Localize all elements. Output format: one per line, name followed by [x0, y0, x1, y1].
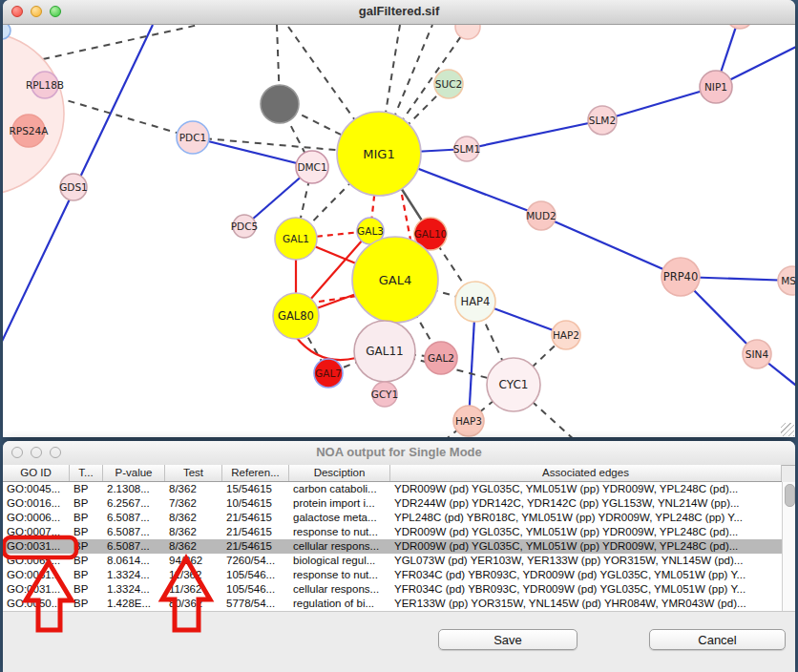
table-row[interactable]: GO:0050...BP1.428E...80/3625778/54...reg…	[3, 597, 782, 611]
cell-test: 94/362	[165, 554, 222, 568]
cell-reference: 7260/54...	[222, 554, 289, 568]
column-header-p_value[interactable]: P-value	[103, 465, 165, 481]
table-row[interactable]: GO:0045...BP2.1308...8/36215/54615carbon…	[3, 482, 782, 496]
cell-test: 80/362	[165, 597, 222, 611]
cell-associated_edges: YDR009W (pd) YGL035C, YML051W (pp) YDR00…	[390, 525, 782, 539]
column-header-go_id[interactable]: GO ID	[3, 465, 70, 481]
graph-node-big-left[interactable]	[3, 32, 64, 195]
cell-test: 8/362	[165, 539, 222, 554]
graph-node-label-GAL10: GAL10	[414, 228, 448, 240]
graph-node-label-GAL80: GAL80	[278, 309, 314, 323]
results-table: GO:0045...BP2.1308...8/36215/54615carbon…	[3, 482, 782, 611]
graph-node-top-right-pink[interactable]	[726, 25, 753, 29]
cell-description: response to nut...	[289, 525, 390, 539]
desktop: galFiltered.sif RPL18BRPS24AGDS1PDC1MIG1…	[0, 0, 798, 672]
cell-description: regulation of bi...	[289, 597, 390, 611]
graph-node-label-SLM2: SLM2	[589, 115, 616, 126]
graph-node-gray-node[interactable]	[261, 85, 299, 123]
graph-node-label-MSN: MSN	[781, 275, 795, 286]
graph-edge-pp	[467, 120, 602, 149]
resize-grip[interactable]	[781, 423, 794, 436]
cell-test: 11/362	[165, 568, 222, 582]
window-title: galFiltered.sif	[3, 4, 795, 18]
cell-p_value: 6.5087...	[103, 539, 165, 554]
column-header-test[interactable]: Test	[165, 465, 222, 481]
table-row[interactable]: GO:0065...BP8.0614...94/3627260/54...bio…	[3, 554, 782, 568]
graph-edge-dash	[56, 97, 193, 137]
graph-node-label-HAP3: HAP3	[455, 415, 482, 427]
cell-associated_edges: YDR009W (pd) YGL035C, YML051W (pp) YDR00…	[390, 482, 782, 496]
column-header-description[interactable]: Desciption	[289, 465, 390, 481]
cell-type: BP	[70, 482, 103, 496]
graph-node-label-GDS1: GDS1	[59, 181, 88, 193]
cell-reference: 105/546...	[222, 582, 289, 597]
graph-node-top-pink[interactable]	[455, 25, 480, 39]
graph-node-label-SIN4: SIN4	[746, 348, 769, 360]
graph-node-label-CYC1: CYC1	[499, 378, 529, 391]
cell-type: BP	[70, 525, 103, 539]
network-window: galFiltered.sif RPL18BRPS24AGDS1PDC1MIG1…	[3, 0, 795, 437]
table-row-selected[interactable]: GO:0031...BP6.5087...8/36221/54615cellul…	[3, 539, 782, 554]
cell-p_value: 1.428E...	[103, 597, 165, 611]
graph-edge-pp	[602, 87, 716, 120]
cell-associated_edges: YFR034C (pd) YBR093C, YDR009W (pd) YGL03…	[390, 568, 782, 582]
graph-node-label-GAL4: GAL4	[379, 273, 411, 287]
cell-go_id: GO:0007...	[3, 525, 70, 539]
cell-associated_edges: YFR034C (pd) YBR093C, YDR009W (pd) YGL03…	[390, 582, 782, 597]
cell-description: response to nut...	[289, 568, 390, 582]
cell-reference: 10/54615	[222, 496, 289, 511]
cell-type: BP	[70, 539, 103, 554]
graph-node-label-PDC1: PDC1	[179, 132, 206, 143]
column-header-associated_edges[interactable]: Associated edges	[390, 465, 782, 481]
cell-test: 8/362	[165, 482, 222, 496]
graph-node-label-GCY1: GCY1	[371, 388, 398, 400]
cell-type: BP	[70, 511, 103, 525]
table-scrollbar[interactable]	[782, 482, 795, 611]
cell-go_id: GO:0031...	[3, 568, 70, 582]
cell-test: 8/362	[165, 511, 222, 525]
cell-description: galactose meta...	[289, 511, 390, 525]
cell-p_value: 8.0614...	[103, 554, 165, 568]
cell-associated_edges: YDR009W (pd) YGL035C, YML051W (pp) YDR00…	[390, 539, 782, 554]
cell-go_id: GO:0031...	[3, 582, 70, 597]
cell-type: BP	[70, 568, 103, 582]
graph-edge-dash	[43, 25, 199, 59]
table-row[interactable]: GO:0016...BP6.2567...7/36210/54615protei…	[3, 496, 782, 511]
cell-associated_edges: YGL073W (pd) YER103W, YER133W (pp) YOR31…	[390, 554, 782, 568]
graph-node-label-SLM1: SLM1	[453, 143, 480, 155]
cell-reference: 105/546...	[222, 568, 289, 582]
save-button[interactable]: Save	[438, 629, 578, 650]
cancel-button[interactable]: Cancel	[649, 629, 786, 650]
network-window-titlebar[interactable]: galFiltered.sif	[3, 0, 795, 25]
cell-p_value: 6.2567...	[103, 496, 165, 511]
cell-go_id: GO:0045...	[3, 482, 70, 496]
cell-associated_edges: YPL248C (pd) YBR018C, YML051W (pp) YDR00…	[390, 511, 782, 525]
cell-description: protein import i...	[289, 496, 390, 511]
cell-reference: 21/54615	[222, 525, 289, 539]
noa-window-titlebar[interactable]: NOA output for Single Mode	[3, 441, 795, 466]
noa-output-window: NOA output for Single Mode GO IDT...P-va…	[3, 441, 795, 672]
table-row[interactable]: GO:0006...BP6.5087...8/36221/54615galact…	[3, 511, 782, 525]
column-header-type[interactable]: T...	[70, 465, 103, 481]
network-graph-canvas[interactable]: RPL18BRPS24AGDS1PDC1MIG1SUC2SLM1SLM2NIP1…	[3, 25, 795, 437]
column-header-reference[interactable]: Referen...	[222, 465, 289, 481]
cell-associated_edges: YDR244W (pp) YDR142C, YDR142C (pp) YGL15…	[390, 496, 782, 511]
table-row[interactable]: GO:0031...BP1.3324...11/362105/546...res…	[3, 568, 782, 582]
graph-node-label-MIG1: MIG1	[363, 147, 394, 161]
graph-edge-pp	[193, 137, 312, 167]
cell-p_value: 2.1308...	[103, 482, 165, 496]
table-row[interactable]: GO:0031...BP1.3324...11/362105/546...cel…	[3, 582, 782, 597]
cell-p_value: 1.3324...	[103, 582, 165, 597]
cell-description: cellular respons...	[289, 582, 390, 597]
scrollbar-thumb[interactable]	[785, 484, 795, 507]
graph-node-label-GAL2: GAL2	[428, 352, 454, 364]
cell-go_id: GO:0016...	[3, 496, 70, 511]
cell-test: 11/362	[165, 582, 222, 597]
graph-node-label-GAL11: GAL11	[366, 345, 403, 358]
cell-go_id: GO:0065...	[3, 554, 70, 568]
table-row[interactable]: GO:0007...BP6.5087...8/36221/54615respon…	[3, 525, 782, 539]
cell-type: BP	[70, 554, 103, 568]
cell-p_value: 6.5087...	[103, 525, 165, 539]
graph-node-label-GAL3: GAL3	[357, 225, 384, 237]
table-bottom-border	[3, 611, 795, 612]
